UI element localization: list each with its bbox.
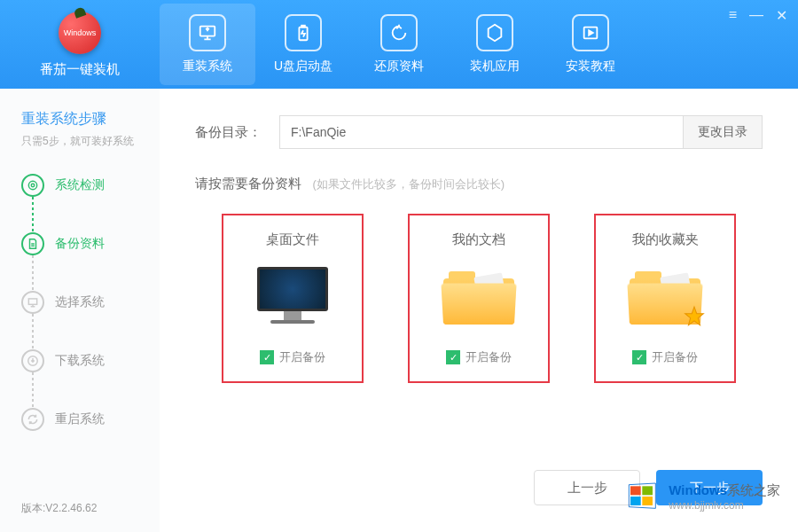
backup-dir-input[interactable] <box>279 115 684 149</box>
svg-rect-7 <box>630 486 641 495</box>
checkbox-checked-icon: ✓ <box>260 350 274 364</box>
step-label: 下载系统 <box>55 353 105 369</box>
folder-star-illustration <box>621 262 709 333</box>
doc-icon <box>21 232 44 255</box>
card-title: 我的文档 <box>452 231 505 248</box>
prev-button[interactable]: 上一步 <box>534 470 640 505</box>
download-icon <box>21 349 44 372</box>
monitor-refresh-icon <box>189 14 226 51</box>
step-label: 选择系统 <box>55 294 105 310</box>
tomato-logo-icon: Windows <box>59 12 101 54</box>
nav-apps[interactable]: 装机应用 <box>447 4 543 85</box>
step-label: 备份资料 <box>55 236 105 252</box>
checkbox-checked-icon: ✓ <box>632 350 646 364</box>
backup-hint: 请按需要备份资料 (如果文件比较多，备份时间会比较长) <box>195 176 763 192</box>
nav-label: 装机应用 <box>470 59 520 74</box>
menu-icon[interactable]: ≡ <box>729 7 737 24</box>
nav-label: U盘启动盘 <box>274 59 332 74</box>
backup-cards: 桌面文件 ✓ 开启备份 我的文档 ✓ 开启备份 <box>195 214 763 383</box>
enable-backup-toggle[interactable]: ✓ 开启备份 <box>260 349 325 365</box>
step-label: 重启系统 <box>55 411 105 427</box>
app-header: Windows 番茄一键装机 重装系统 U盘启动盘 还原资料 装机应 <box>0 0 798 89</box>
minimize-icon[interactable]: — <box>749 7 763 24</box>
close-icon[interactable]: ✕ <box>776 7 787 24</box>
screen-icon <box>21 291 44 314</box>
nav-reinstall[interactable]: 重装系统 <box>160 4 255 85</box>
backup-dir-label: 备份目录： <box>195 124 262 141</box>
check-label: 开启备份 <box>279 349 325 365</box>
watermark-brand: Windows系统之家 <box>669 482 780 499</box>
svg-point-3 <box>28 181 36 189</box>
check-label: 开启备份 <box>466 349 512 365</box>
sidebar-subtitle: 只需5步，就可装好系统 <box>21 134 160 149</box>
card-title: 我的收藏夹 <box>632 231 699 248</box>
scan-icon <box>21 174 44 197</box>
app-title: 番茄一键装机 <box>40 61 120 78</box>
step-select: 选择系统 <box>21 291 160 314</box>
nav-label: 还原资料 <box>374 59 424 74</box>
card-desktop[interactable]: 桌面文件 ✓ 开启备份 <box>222 214 364 383</box>
card-favorites[interactable]: 我的收藏夹 ✓ 开启备份 <box>594 214 736 383</box>
version-text: 版本:V2.2.46.62 <box>21 501 97 516</box>
hexagon-icon <box>476 14 513 51</box>
step-download: 下载系统 <box>21 349 160 372</box>
logo-area: Windows 番茄一键装机 <box>0 12 160 78</box>
nav-label: 安装教程 <box>566 59 615 74</box>
backup-dir-row: 备份目录： 更改目录 <box>195 115 763 149</box>
monitor-illustration <box>248 262 337 333</box>
watermark-url: www.bjjmlv.com <box>669 499 780 512</box>
watermark: Windows系统之家 www.bjjmlv.com <box>626 479 780 514</box>
card-documents[interactable]: 我的文档 ✓ 开启备份 <box>408 214 550 383</box>
card-title: 桌面文件 <box>266 231 319 248</box>
svg-rect-8 <box>643 486 653 495</box>
check-label: 开启备份 <box>652 349 698 365</box>
play-icon <box>572 14 609 51</box>
steps-list: 系统检测 备份资料 选择系统 下载系统 <box>21 174 160 431</box>
step-label: 系统检测 <box>55 177 105 193</box>
folder-illustration <box>434 262 523 333</box>
windows-logo-icon <box>626 479 661 514</box>
battery-icon <box>285 14 322 51</box>
svg-point-4 <box>31 184 35 187</box>
nav-bar: 重装系统 U盘启动盘 还原资料 装机应用 安装教程 <box>160 4 638 85</box>
nav-label: 重装系统 <box>183 59 232 74</box>
nav-usb[interactable]: U盘启动盘 <box>255 4 351 85</box>
checkbox-checked-icon: ✓ <box>446 350 460 364</box>
hint-main-text: 请按需要备份资料 <box>195 176 301 191</box>
refresh-icon <box>21 408 44 431</box>
step-backup: 备份资料 <box>21 232 160 255</box>
enable-backup-toggle[interactable]: ✓ 开启备份 <box>632 349 698 365</box>
svg-rect-5 <box>28 299 36 304</box>
change-dir-button[interactable]: 更改目录 <box>684 115 763 149</box>
svg-rect-10 <box>643 497 653 505</box>
enable-backup-toggle[interactable]: ✓ 开启备份 <box>446 349 512 365</box>
step-restart: 重启系统 <box>21 408 160 431</box>
main-panel: 备份目录： 更改目录 请按需要备份资料 (如果文件比较多，备份时间会比较长) 桌… <box>160 89 798 532</box>
window-controls: ≡ — ✕ <box>729 7 787 24</box>
nav-restore[interactable]: 还原资料 <box>351 4 447 85</box>
step-detect: 系统检测 <box>21 174 160 197</box>
nav-tutorial[interactable]: 安装教程 <box>543 4 638 85</box>
hint-sub-text: (如果文件比较多，备份时间会比较长) <box>312 177 505 191</box>
svg-rect-9 <box>630 497 641 505</box>
restore-icon <box>380 14 418 51</box>
logo-small-text: Windows <box>64 28 97 37</box>
sidebar-title: 重装系统步骤 <box>21 110 160 129</box>
sidebar: 重装系统步骤 只需5步，就可装好系统 系统检测 备份资料 <box>0 89 160 532</box>
